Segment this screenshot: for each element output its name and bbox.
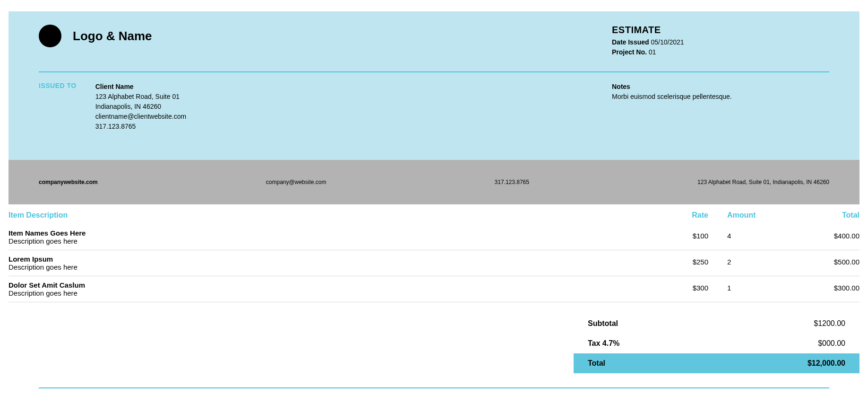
client-address-1: 123 Alphabet Road, Suite 01	[95, 92, 186, 102]
item-total: $400.00	[784, 229, 859, 240]
items-header-row: Item Description Rate Amount Total	[9, 211, 859, 224]
notes-text: Morbi euismod scelerisque pellentesque.	[612, 92, 829, 102]
header-divider	[39, 71, 829, 72]
total-value: $12,000.00	[808, 359, 845, 368]
date-issued-value: 05/10/2021	[651, 38, 684, 46]
item-total: $500.00	[784, 255, 859, 266]
project-no-value: 01	[649, 48, 656, 56]
item-description: Description goes here	[9, 289, 670, 297]
item-description: Description goes here	[9, 263, 670, 271]
issued-to-label: ISSUED TO	[39, 82, 77, 132]
client-email: clientname@clientwebsite.com	[95, 112, 186, 122]
date-issued-label: Date Issued	[612, 38, 649, 46]
project-no-label: Project No.	[612, 48, 647, 56]
project-no-line: Project No. 01	[612, 47, 829, 57]
item-description: Description goes here	[9, 237, 670, 245]
client-address-2: Indianapolis, IN 46260	[95, 102, 186, 112]
table-row: Lorem Ipsum Description goes here $250 2…	[9, 250, 859, 276]
item-amount: 4	[727, 229, 784, 240]
table-row: Dolor Set Amit Caslum Description goes h…	[9, 276, 859, 302]
tax-row: Tax 4.7% $000.00	[574, 334, 859, 353]
item-name: Item Names Goes Here	[9, 229, 670, 237]
subtotal-value: $1200.00	[814, 319, 845, 328]
table-row: Item Names Goes Here Description goes he…	[9, 224, 859, 250]
logo-icon	[39, 25, 61, 47]
tax-label: Tax 4.7%	[588, 339, 619, 348]
company-footer-bar: companywebsite.com company@website.com 3…	[9, 160, 859, 204]
tax-value: $000.00	[818, 339, 845, 348]
item-rate: $250	[670, 255, 727, 266]
client-details: Client Name 123 Alphabet Road, Suite 01 …	[95, 82, 186, 132]
client-phone: 317.123.8765	[95, 122, 186, 132]
col-header-total: Total	[784, 211, 859, 220]
col-header-amount: Amount	[727, 211, 784, 220]
item-name: Lorem Ipsum	[9, 255, 670, 263]
company-email: company@website.com	[266, 179, 327, 185]
company-website: companywebsite.com	[39, 179, 98, 185]
item-amount: 2	[727, 255, 784, 266]
item-amount: 1	[727, 281, 784, 292]
notes-block: Notes Morbi euismod scelerisque pellente…	[612, 82, 829, 132]
subtotal-label: Subtotal	[588, 319, 618, 328]
date-issued-line: Date Issued 05/10/2021	[612, 37, 829, 47]
logo-block: Logo & Name	[39, 25, 152, 47]
subtotal-row: Subtotal $1200.00	[574, 314, 859, 334]
item-name: Dolor Set Amit Caslum	[9, 281, 670, 289]
item-total: $300.00	[784, 281, 859, 292]
issued-to-block: ISSUED TO Client Name 123 Alphabet Road,…	[39, 82, 584, 132]
bottom-divider	[39, 387, 829, 388]
estimate-meta: ESTIMATE Date Issued 05/10/2021 Project …	[612, 25, 829, 57]
summary-block: Subtotal $1200.00 Tax 4.7% $000.00 Total…	[9, 314, 859, 373]
item-rate: $300	[670, 281, 727, 292]
company-phone: 317.123.8765	[495, 179, 529, 185]
total-row: Total $12,000.00	[574, 353, 859, 373]
company-address: 123 Alphabet Road, Suite 01, Indianapoli…	[697, 179, 829, 185]
col-header-rate: Rate	[670, 211, 727, 220]
document-title: ESTIMATE	[612, 25, 829, 35]
notes-label: Notes	[612, 82, 829, 92]
items-table: Item Description Rate Amount Total Item …	[0, 204, 868, 373]
item-rate: $100	[670, 229, 727, 240]
total-label: Total	[588, 359, 605, 368]
client-name: Client Name	[95, 82, 186, 92]
company-name: Logo & Name	[73, 29, 152, 44]
col-header-description: Item Description	[9, 211, 670, 220]
header-section: Logo & Name ESTIMATE Date Issued 05/10/2…	[9, 11, 859, 160]
